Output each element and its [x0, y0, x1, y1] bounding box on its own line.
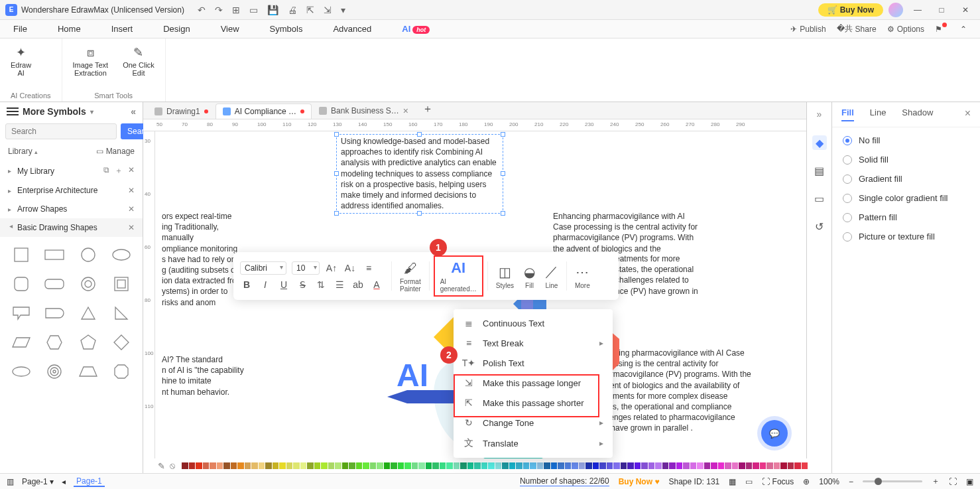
color-swatch[interactable] [454, 462, 460, 469]
print-icon[interactable]: 🖨 [288, 5, 297, 15]
color-swatch[interactable] [662, 462, 669, 469]
shape-parallelogram[interactable] [7, 330, 36, 355]
import-icon[interactable]: ⇲ [324, 5, 332, 15]
color-swatch[interactable] [669, 462, 676, 469]
color-swatch[interactable] [307, 462, 314, 469]
undo-icon[interactable]: ↶ [198, 5, 206, 15]
fit-width-icon[interactable]: ▣ [966, 477, 973, 486]
more-qat-icon[interactable]: ▾ [341, 5, 345, 15]
color-swatch[interactable] [551, 462, 558, 469]
menu-home[interactable]: Home [58, 21, 81, 36]
presentation-tool-icon[interactable]: ▭ [812, 191, 827, 206]
color-swatch[interactable] [683, 462, 690, 469]
color-swatch[interactable] [613, 462, 620, 469]
increase-font-icon[interactable]: A↑ [325, 261, 338, 275]
font-color-icon[interactable]: A [370, 278, 383, 291]
collapse-panel-icon[interactable]: « [131, 106, 136, 117]
ctx-make-shorter[interactable]: ⇱Make this passage shorter [454, 393, 613, 413]
ctx-make-longer[interactable]: ⇲Make this passage longer [454, 373, 613, 393]
ctx-text-break[interactable]: ≡Text Break▸ [454, 333, 613, 353]
color-swatch[interactable] [502, 462, 509, 469]
ai-chat-button[interactable]: 💬 [761, 420, 788, 447]
expand-side-icon[interactable]: » [817, 109, 822, 119]
maximize-button[interactable]: □ [932, 3, 951, 17]
grid-toggle-icon[interactable]: ▦ [729, 477, 736, 486]
color-swatch[interactable] [391, 462, 397, 469]
color-swatch[interactable] [760, 462, 766, 469]
buy-now-button[interactable]: 🛒 Buy Now [818, 3, 883, 17]
no-color-icon[interactable]: ⦸ [170, 460, 181, 471]
bullet-list-icon[interactable]: ☰ [333, 278, 346, 291]
color-swatch[interactable] [356, 462, 363, 469]
line-button[interactable]: ／Line [541, 263, 562, 289]
color-swatch[interactable] [426, 462, 432, 469]
fill-option-solid[interactable]: Solid fill [843, 155, 969, 165]
one-click-edit-tool[interactable]: ✎One Click Edit [123, 45, 154, 77]
more-button[interactable]: ⋯More [571, 263, 594, 289]
color-swatch[interactable] [182, 462, 188, 469]
new-icon[interactable]: ⊞ [232, 5, 240, 15]
color-swatch[interactable] [593, 462, 599, 469]
color-swatch[interactable] [286, 462, 293, 469]
color-swatch[interactable] [328, 462, 335, 469]
color-swatch[interactable] [641, 462, 648, 469]
menu-design[interactable]: Design [163, 21, 190, 36]
color-swatch[interactable] [363, 462, 369, 469]
save-icon[interactable]: 💾 [267, 5, 278, 15]
zoom-value[interactable]: 100% [819, 477, 839, 486]
edraw-ai-tool[interactable]: ✦Edraw AI [11, 45, 31, 77]
color-swatch[interactable] [509, 462, 516, 469]
color-swatch[interactable] [711, 462, 717, 469]
format-painter-button[interactable]: 🖌Format Painter [396, 259, 425, 293]
color-swatch[interactable] [251, 462, 258, 469]
fill-option-gradient[interactable]: Gradient fill [843, 174, 969, 184]
duplicate-icon[interactable]: ⧉ [103, 165, 109, 176]
shape-target[interactable] [40, 359, 69, 384]
share-button[interactable]: �共 Share [837, 23, 877, 35]
color-swatch[interactable] [788, 462, 794, 469]
color-swatch[interactable] [467, 462, 474, 469]
shape-right-triangle[interactable] [107, 301, 136, 326]
color-swatch[interactable] [530, 462, 536, 469]
shape-octagon[interactable] [107, 359, 136, 384]
more-symbols-header[interactable]: More Symbols▾ « [0, 102, 143, 121]
status-buy-now[interactable]: Buy Now ♥ [619, 477, 660, 486]
new-tab-button[interactable]: ＋ [416, 100, 440, 119]
close-icon[interactable]: ✕ [128, 165, 135, 176]
fit-page-icon[interactable]: ⊕ [803, 477, 810, 486]
prev-page-icon[interactable]: ◂ [62, 477, 66, 486]
current-page-label[interactable]: Page-1 [74, 476, 105, 487]
ai-generated-button[interactable]: AIAI generated… [434, 255, 483, 297]
shape-ellipse[interactable] [107, 242, 136, 267]
user-avatar[interactable] [888, 3, 903, 17]
color-swatch[interactable] [572, 462, 578, 469]
color-swatch[interactable] [217, 462, 223, 469]
manage-library-button[interactable]: ▭ Manage [96, 147, 135, 156]
color-swatch[interactable] [335, 462, 341, 469]
color-swatch[interactable] [300, 462, 307, 469]
decrease-font-icon[interactable]: A↓ [343, 261, 357, 275]
color-swatch[interactable] [481, 462, 488, 469]
align-icon[interactable]: ≡ [362, 261, 375, 275]
close-panel-icon[interactable]: × [965, 107, 971, 121]
color-swatch[interactable] [259, 462, 265, 469]
canvas[interactable]: Using knowledge-based and model-based ap… [155, 131, 806, 473]
color-swatch[interactable] [265, 462, 272, 469]
color-swatch[interactable] [384, 462, 391, 469]
strikethrough-icon[interactable]: S̶ [296, 278, 309, 291]
font-size-select[interactable]: 10 [292, 261, 320, 275]
shape-hexagon[interactable] [40, 330, 69, 355]
color-swatch[interactable] [474, 462, 481, 469]
color-swatch[interactable] [794, 462, 801, 469]
shape-square[interactable] [7, 242, 36, 267]
close-button[interactable]: ✕ [956, 3, 975, 17]
color-swatch[interactable] [342, 462, 349, 469]
font-family-select[interactable]: Calibri [240, 261, 286, 275]
shape-ring[interactable] [74, 271, 103, 297]
fullscreen-icon[interactable]: ⛶ [949, 477, 957, 486]
pages-icon[interactable]: ▥ [7, 477, 14, 486]
color-swatch[interactable] [753, 462, 759, 469]
page-dropdown[interactable]: Page-1 ▾ [22, 477, 54, 486]
color-swatch[interactable] [404, 462, 411, 469]
notifications-icon[interactable]: ⚑ [935, 25, 949, 34]
